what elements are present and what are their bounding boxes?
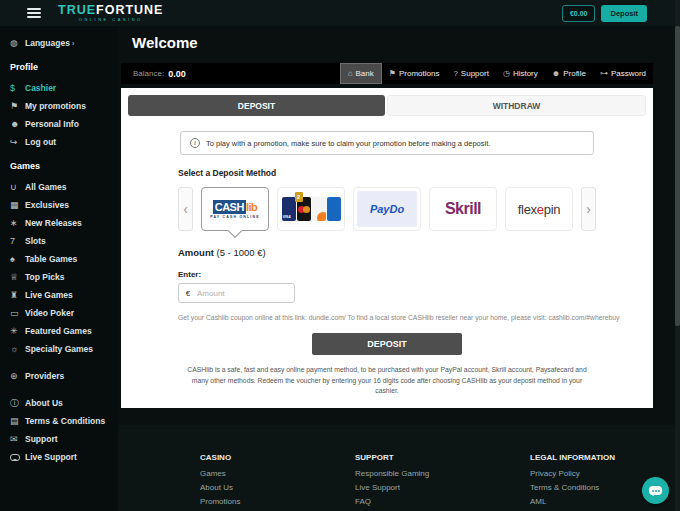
select-method-label: Select a Deposit Method	[178, 168, 653, 178]
document-icon: ▤	[10, 416, 25, 426]
chat-bubble-icon	[649, 486, 662, 495]
sidebar-item-top-picks[interactable]: ♕ Top Picks	[0, 268, 118, 286]
enter-label: Enter:	[178, 270, 653, 279]
sidebar-item-slots[interactable]: 7 Slots	[0, 232, 118, 250]
footer-link-aml[interactable]: AML	[530, 497, 615, 508]
sidebar-item-all-games[interactable]: ∪ All Games	[0, 178, 118, 196]
tab-profile[interactable]: ☻ Profile	[545, 63, 593, 84]
sidebar-item-providers[interactable]: ⊛ Providers	[0, 367, 118, 385]
sidebar-item-table-games[interactable]: ♠ Table Games	[0, 250, 118, 268]
tab-bank[interactable]: ⌂ Bank	[340, 63, 382, 84]
sidebar-section-games: Games	[0, 161, 118, 175]
sidebar-item-live-games[interactable]: ♜ Live Games	[0, 286, 118, 304]
payment-method-cashlib[interactable]: CASHlib PAY CASH ONLINE	[201, 187, 269, 231]
footer-column-legal: LEGAL INFORMATION Privacy Policy Terms &…	[530, 425, 615, 511]
dollar-icon: $	[10, 83, 25, 93]
balance-label: Balance:	[133, 69, 164, 78]
deposit-submit-button[interactable]: DEPOSIT	[312, 333, 462, 355]
megaphone-icon: ⚑	[10, 101, 25, 111]
footer-link-games[interactable]: Games	[200, 469, 355, 480]
payment-method-credit-cards[interactable]: VISA 2	[277, 187, 345, 231]
sparkle-icon: ∗	[10, 218, 25, 228]
carousel-right-arrow-icon[interactable]: ›	[581, 187, 596, 231]
sun-icon: ☼	[10, 344, 25, 354]
footer-link-about-us[interactable]: About Us	[200, 483, 355, 494]
sidebar-item-log-out[interactable]: ↪ Log out	[0, 133, 118, 151]
payment-method-skrill[interactable]: Skrill	[429, 187, 497, 231]
live-chat-button[interactable]	[642, 477, 669, 504]
method-description: CASHlib is a safe, fast and easy online …	[180, 365, 594, 397]
globe-icon: ◍	[10, 38, 25, 48]
sidebar-item-terms[interactable]: ▤ Terms & Conditions	[0, 412, 118, 430]
screen-icon: ▭	[10, 308, 25, 318]
footer-link-terms[interactable]: Terms & Conditions	[530, 483, 615, 494]
footer-link-promotions[interactable]: Promotions	[200, 497, 355, 508]
chevron-right-icon: ›	[72, 40, 74, 47]
bank-icon: ⌂	[348, 69, 353, 78]
sidebar-item-featured-games[interactable]: ✳ Featured Games	[0, 322, 118, 340]
card-suit-icon: ♠	[10, 254, 25, 264]
bank-card-icon	[327, 197, 341, 221]
payment-method-carousel: ‹ CASHlib PAY CASH ONLINE VISA 2 PayD	[178, 184, 653, 234]
sidebar-item-live-support[interactable]: Live Support	[0, 448, 118, 466]
brand-secondary: FORTUNE	[96, 3, 163, 17]
sidebar-item-cashier[interactable]: $ Cashier	[0, 79, 118, 97]
sidebar-item-my-promotions[interactable]: ⚑ My promotions	[0, 97, 118, 115]
footer-column-casino: CASINO Games About Us Promotions	[200, 425, 355, 511]
badge-icon: ✳	[10, 326, 25, 336]
scrollbar-thumb[interactable]	[675, 26, 680, 326]
sidebar-section-profile: Profile	[0, 62, 118, 76]
footer-link-responsible-gaming[interactable]: Responsible Gaming	[355, 469, 530, 480]
crown-icon: ♕	[10, 272, 25, 282]
megaphone-icon: ⚑	[389, 69, 396, 78]
sidebar-item-about-us[interactable]: ⓘ About Us	[0, 394, 118, 412]
amount-heading: Amount (5 - 1000 €)	[178, 247, 653, 258]
key-icon: ⊶	[600, 69, 608, 78]
skrill-logo: Skrill	[445, 200, 481, 218]
cards-count-badge: 2	[295, 192, 303, 202]
tab-support[interactable]: ? Support	[446, 63, 495, 84]
page-title: Welcome	[132, 34, 198, 51]
hamburger-menu-icon[interactable]	[27, 6, 41, 20]
sidebar-item-support[interactable]: ✉ Support	[0, 430, 118, 448]
footer-link-live-support[interactable]: Live Support	[355, 483, 530, 494]
balance-button[interactable]: €0.00	[562, 5, 596, 22]
info-icon: ⓘ	[10, 397, 25, 410]
page-scrollbar[interactable]	[675, 0, 680, 511]
cashier-nav-bar: Balance: 0.00 ⌂ Bank ⚑ Promotions ? Supp…	[121, 63, 653, 84]
cashlib-logo: CASHlib PAY CASH ONLINE	[210, 198, 260, 220]
footer-heading: CASINO	[200, 453, 355, 462]
discover-card-icon	[312, 197, 326, 221]
credit-cards-logo: VISA 2	[282, 197, 341, 221]
person-icon: ☻	[10, 119, 25, 129]
info-icon: i	[190, 138, 200, 148]
footer-heading: LEGAL INFORMATION	[530, 453, 615, 462]
amount-label: Amount	[178, 247, 214, 258]
tab-history[interactable]: ◷ History	[496, 63, 545, 84]
sidebar-item-exclusives[interactable]: ▦ Exclusives	[0, 196, 118, 214]
sidebar-item-languages[interactable]: ◍ Languages ›	[0, 34, 118, 52]
horseshoe-icon: ∪	[10, 182, 25, 192]
tab-withdraw[interactable]: WITHDRAW	[387, 95, 646, 116]
amount-input[interactable]	[197, 289, 294, 298]
sidebar-item-new-releases[interactable]: ∗ New Releases	[0, 214, 118, 232]
payment-method-flexepin[interactable]: flexepin	[505, 187, 573, 231]
tab-deposit[interactable]: DEPOSIT	[128, 95, 385, 116]
carousel-left-arrow-icon[interactable]: ‹	[178, 187, 193, 231]
sidebar-item-specialty-games[interactable]: ☼ Specialty Games	[0, 340, 118, 358]
footer-link-faq[interactable]: FAQ	[355, 497, 530, 508]
footer-link-privacy-policy[interactable]: Privacy Policy	[530, 469, 615, 480]
question-icon: ?	[453, 69, 457, 78]
brand-logo[interactable]: TRUEFORTUNE ONLINE CASINO	[58, 4, 163, 23]
sidebar-item-personal-info[interactable]: ☻ Personal Info	[0, 115, 118, 133]
deposit-topbar-button[interactable]: Deposit	[601, 5, 647, 22]
person-icon: ☻	[552, 69, 560, 78]
top-bar: TRUEFORTUNE ONLINE CASINO €0.00 Deposit	[0, 0, 680, 26]
payment-method-paydo[interactable]: PayDo	[353, 187, 421, 231]
envelope-icon: ✉	[10, 434, 25, 444]
brand-primary: TRUE	[58, 3, 96, 17]
gear-icon: ⊛	[10, 371, 25, 381]
tab-password[interactable]: ⊶ Password	[593, 63, 653, 84]
sidebar-item-video-poker[interactable]: ▭ Video Poker	[0, 304, 118, 322]
tab-promotions[interactable]: ⚑ Promotions	[382, 63, 447, 84]
